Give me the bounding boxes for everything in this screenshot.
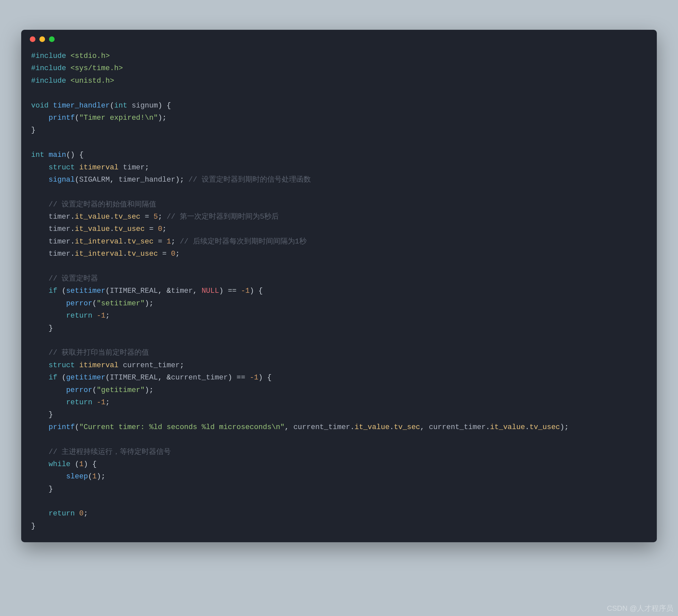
function-call: signal [49,176,75,184]
function-call: printf [49,114,75,122]
comment: // 设置定时器 [49,275,98,283]
keyword: if [49,287,57,295]
member: it_interval [75,250,123,258]
number: -1 [97,312,105,320]
member: tv_usec [127,250,158,258]
identifier: current_timer [429,423,486,432]
number: 0 [158,225,162,233]
comment: // 第一次定时器到期时间为5秒后 [166,213,279,221]
minimize-icon[interactable] [39,36,45,42]
constant: ITIMER_REAL [110,287,158,295]
keyword: return [66,312,92,320]
member: it_value [354,423,390,432]
identifier: timer [123,163,145,172]
code-window: #include <stdio.h> #include <sys/time.h>… [21,30,657,542]
function-call: printf [49,423,75,432]
close-icon[interactable] [30,36,35,42]
comment: // 设置定时器的初始值和间隔值 [49,201,157,209]
string-literal: "Timer expired!\n" [79,114,158,122]
type-name: itimerval [79,163,118,172]
function-call: perror [66,299,92,308]
include-path: <stdio.h> [66,52,110,60]
member: tv_sec [394,423,420,432]
code-block: #include <stdio.h> #include <sys/time.h>… [31,50,647,532]
number: 1 [166,238,171,246]
identifier: timer [49,225,71,233]
function-call: perror [66,386,92,394]
identifier: current_timer [171,373,228,382]
member: it_value [490,423,525,432]
constant: ITIMER_REAL [110,373,158,382]
member: tv_usec [529,423,560,432]
type-name: itimerval [79,361,118,370]
member: tv_usec [114,225,145,233]
identifier: signum [132,101,158,110]
function-name: main [49,151,66,159]
watermark: CSDN @人才程序员 [607,604,673,613]
keyword: return [66,398,92,407]
number: 1 [79,460,83,468]
constant: SIGALRM [79,176,110,184]
member: it_interval [75,238,123,246]
include-path: <sys/time.h> [66,64,123,73]
keyword: if [49,373,57,382]
identifier: timer [49,238,71,246]
include-path: <unistd.h> [66,77,114,85]
function-name: timer_handler [53,101,110,110]
number: 5 [154,213,158,221]
preproc: #include [31,52,66,60]
identifier: timer_handler [118,176,176,184]
string-literal: "setitimer" [97,299,145,308]
comment: // 主进程持续运行，等待定时器信号 [49,448,171,456]
number: -1 [241,287,250,295]
member: it_value [75,213,110,221]
keyword: struct [49,163,75,172]
identifier: timer [49,250,71,258]
string-literal: "Current timer: %ld seconds %ld microsec… [79,423,285,432]
member: tv_sec [127,238,153,246]
comment: // 获取并打印当前定时器的值 [49,349,149,357]
maximize-icon[interactable] [49,36,54,42]
keyword: return [49,509,75,518]
keyword: while [49,460,71,468]
number: -1 [97,398,105,407]
function-call: setitimer [66,287,106,295]
number: 0 [79,509,83,518]
preproc: #include [31,77,66,85]
identifier: current_timer [293,423,350,432]
keyword: struct [49,361,75,370]
string-literal: "getitimer" [97,386,145,394]
number: -1 [250,373,258,382]
function-call: sleep [66,473,88,481]
number: 1 [92,473,97,481]
keyword: int [114,101,127,110]
function-call: getitimer [66,373,106,382]
null-constant: NULL [201,287,219,295]
member: it_value [75,225,110,233]
identifier: timer [171,287,193,295]
comment: // 设置定时器到期时的信号处理函数 [188,176,311,184]
keyword: void [31,101,49,110]
number: 0 [171,250,176,258]
comment: // 后续定时器每次到期时间间隔为1秒 [180,238,307,246]
preproc: #include [31,64,66,73]
identifier: current_timer [123,361,180,370]
keyword: int [31,151,44,159]
member: tv_sec [114,213,140,221]
traffic-lights [30,36,647,42]
identifier: timer [49,213,71,221]
